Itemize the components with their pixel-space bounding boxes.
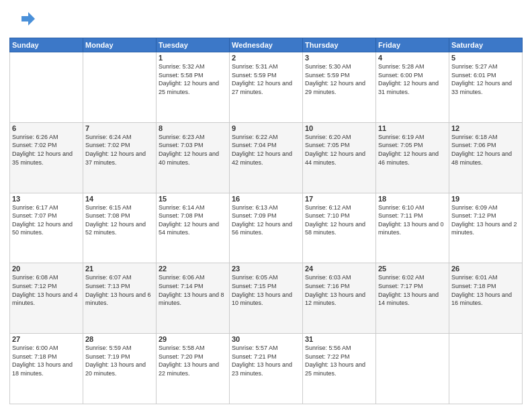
- header-cell-friday: Friday: [376, 38, 449, 52]
- week-row-4: 27Sunrise: 6:00 AMSunset: 7:18 PMDayligh…: [10, 334, 523, 404]
- sunset-text: Sunset: 7:05 PM: [305, 142, 350, 148]
- day-number: 18: [378, 195, 447, 203]
- sunset-text: Sunset: 7:02 PM: [12, 142, 57, 148]
- day-info: Sunrise: 5:56 AMSunset: 7:22 PMDaylight:…: [305, 344, 373, 377]
- sunrise-text: Sunrise: 5:57 AM: [232, 345, 278, 351]
- daylight-text: Daylight: 13 hours and 20 minutes.: [85, 361, 146, 377]
- sunrise-text: Sunrise: 5:32 AM: [159, 63, 205, 70]
- sunrise-text: Sunrise: 6:15 AM: [85, 204, 132, 211]
- day-cell: 17Sunrise: 6:12 AMSunset: 7:10 PMDayligh…: [303, 193, 376, 263]
- day-cell: 13Sunrise: 6:17 AMSunset: 7:07 PMDayligh…: [10, 193, 83, 263]
- header: [9, 7, 523, 34]
- daylight-text: Daylight: 12 hours and 44 minutes.: [305, 150, 365, 166]
- day-number: 14: [85, 195, 154, 203]
- week-row-0: 1Sunrise: 5:32 AMSunset: 5:58 PMDaylight…: [10, 52, 523, 123]
- sunset-text: Sunset: 7:18 PM: [12, 353, 57, 360]
- day-cell: 24Sunrise: 6:03 AMSunset: 7:16 PMDayligh…: [303, 263, 376, 334]
- sunset-text: Sunset: 7:22 PM: [305, 353, 350, 360]
- day-number: 26: [451, 265, 520, 273]
- sunrise-text: Sunrise: 5:30 AM: [305, 63, 351, 70]
- day-cell: 29Sunrise: 5:58 AMSunset: 7:20 PMDayligh…: [157, 334, 230, 404]
- sunrise-text: Sunrise: 6:13 AM: [232, 204, 278, 211]
- day-number: 3: [305, 54, 373, 62]
- calendar-header: SundayMondayTuesdayWednesdayThursdayFrid…: [10, 38, 523, 52]
- day-cell: 6Sunrise: 6:26 AMSunset: 7:02 PMDaylight…: [10, 122, 83, 193]
- sunset-text: Sunset: 7:06 PM: [451, 142, 496, 148]
- day-info: Sunrise: 6:02 AMSunset: 7:17 PMDaylight:…: [378, 273, 447, 307]
- sunset-text: Sunset: 6:00 PM: [378, 72, 423, 79]
- sunrise-text: Sunrise: 6:01 AM: [451, 274, 498, 281]
- day-info: Sunrise: 6:19 AMSunset: 7:05 PMDaylight:…: [378, 133, 447, 167]
- daylight-text: Daylight: 12 hours and 29 minutes.: [305, 80, 365, 95]
- daylight-text: Daylight: 13 hours and 25 minutes.: [305, 361, 365, 377]
- day-info: Sunrise: 6:26 AMSunset: 7:02 PMDaylight:…: [12, 133, 81, 167]
- logo-icon: [9, 7, 36, 34]
- daylight-text: Daylight: 12 hours and 48 minutes.: [451, 150, 512, 166]
- sunset-text: Sunset: 7:10 PM: [305, 212, 350, 219]
- day-cell: 1Sunrise: 5:32 AMSunset: 5:58 PMDaylight…: [157, 52, 230, 123]
- day-cell: 15Sunrise: 6:14 AMSunset: 7:08 PMDayligh…: [157, 193, 230, 263]
- daylight-text: Daylight: 13 hours and 22 minutes.: [159, 361, 219, 377]
- day-number: 9: [232, 124, 300, 132]
- day-cell: 3Sunrise: 5:30 AMSunset: 5:59 PMDaylight…: [303, 52, 376, 123]
- day-cell: 2Sunrise: 5:31 AMSunset: 5:59 PMDaylight…: [230, 52, 303, 123]
- header-cell-monday: Monday: [83, 38, 157, 52]
- day-cell: 22Sunrise: 6:06 AMSunset: 7:14 PMDayligh…: [157, 263, 230, 334]
- day-info: Sunrise: 6:00 AMSunset: 7:18 PMDaylight:…: [12, 344, 81, 377]
- day-info: Sunrise: 6:07 AMSunset: 7:13 PMDaylight:…: [85, 273, 154, 307]
- day-info: Sunrise: 6:22 AMSunset: 7:04 PMDaylight:…: [232, 133, 300, 167]
- header-cell-saturday: Saturday: [449, 38, 523, 52]
- daylight-text: Daylight: 12 hours and 35 minutes.: [12, 150, 73, 166]
- day-number: 27: [12, 335, 81, 343]
- sunrise-text: Sunrise: 6:22 AM: [232, 134, 278, 140]
- day-number: 15: [159, 195, 227, 203]
- day-info: Sunrise: 6:09 AMSunset: 7:12 PMDaylight:…: [451, 203, 520, 237]
- day-number: 1: [159, 54, 227, 62]
- day-number: 31: [305, 335, 373, 343]
- day-number: 17: [305, 195, 373, 203]
- sunset-text: Sunset: 7:16 PM: [305, 283, 350, 289]
- week-row-2: 13Sunrise: 6:17 AMSunset: 7:07 PMDayligh…: [10, 193, 523, 263]
- sunset-text: Sunset: 6:01 PM: [451, 72, 496, 79]
- daylight-text: Daylight: 13 hours and 12 minutes.: [305, 291, 365, 307]
- sunrise-text: Sunrise: 6:05 AM: [232, 274, 278, 281]
- daylight-text: Daylight: 13 hours and 16 minutes.: [451, 291, 512, 307]
- day-cell: 10Sunrise: 6:20 AMSunset: 7:05 PMDayligh…: [303, 122, 376, 193]
- day-number: 30: [232, 335, 300, 343]
- day-cell: 18Sunrise: 6:10 AMSunset: 7:11 PMDayligh…: [376, 193, 449, 263]
- page: SundayMondayTuesdayWednesdayThursdayFrid…: [0, 0, 532, 411]
- day-cell: 9Sunrise: 6:22 AMSunset: 7:04 PMDaylight…: [230, 122, 303, 193]
- day-info: Sunrise: 5:28 AMSunset: 6:00 PMDaylight:…: [378, 62, 447, 96]
- day-cell: 23Sunrise: 6:05 AMSunset: 7:15 PMDayligh…: [230, 263, 303, 334]
- day-info: Sunrise: 5:31 AMSunset: 5:59 PMDaylight:…: [232, 62, 300, 96]
- day-cell: [449, 334, 523, 404]
- day-cell: 26Sunrise: 6:01 AMSunset: 7:18 PMDayligh…: [449, 263, 523, 334]
- header-cell-sunday: Sunday: [10, 38, 83, 52]
- day-cell: 27Sunrise: 6:00 AMSunset: 7:18 PMDayligh…: [10, 334, 83, 404]
- day-number: 28: [85, 335, 154, 343]
- day-info: Sunrise: 6:12 AMSunset: 7:10 PMDaylight:…: [305, 203, 373, 237]
- day-cell: 30Sunrise: 5:57 AMSunset: 7:21 PMDayligh…: [230, 334, 303, 404]
- day-info: Sunrise: 5:30 AMSunset: 5:59 PMDaylight:…: [305, 62, 373, 96]
- header-row: SundayMondayTuesdayWednesdayThursdayFrid…: [10, 38, 523, 52]
- daylight-text: Daylight: 13 hours and 8 minutes.: [159, 291, 224, 307]
- day-info: Sunrise: 6:14 AMSunset: 7:08 PMDaylight:…: [159, 203, 227, 237]
- sunset-text: Sunset: 7:09 PM: [232, 212, 277, 219]
- day-number: 7: [85, 124, 154, 132]
- sunrise-text: Sunrise: 6:10 AM: [378, 204, 425, 211]
- sunrise-text: Sunrise: 6:06 AM: [159, 274, 205, 281]
- sunset-text: Sunset: 7:08 PM: [85, 212, 130, 219]
- sunset-text: Sunset: 7:19 PM: [85, 353, 130, 360]
- day-cell: 20Sunrise: 6:08 AMSunset: 7:12 PMDayligh…: [10, 263, 83, 334]
- daylight-text: Daylight: 12 hours and 25 minutes.: [159, 80, 219, 95]
- daylight-text: Daylight: 12 hours and 33 minutes.: [451, 80, 512, 95]
- sunrise-text: Sunrise: 5:58 AM: [159, 345, 205, 351]
- day-number: 19: [451, 195, 520, 203]
- daylight-text: Daylight: 12 hours and 54 minutes.: [159, 221, 219, 236]
- day-cell: 31Sunrise: 5:56 AMSunset: 7:22 PMDayligh…: [303, 334, 376, 404]
- day-number: 16: [232, 195, 300, 203]
- day-number: 2: [232, 54, 300, 62]
- daylight-text: Daylight: 12 hours and 27 minutes.: [232, 80, 292, 95]
- sunrise-text: Sunrise: 6:19 AM: [378, 134, 425, 140]
- sunrise-text: Sunrise: 6:08 AM: [12, 274, 58, 281]
